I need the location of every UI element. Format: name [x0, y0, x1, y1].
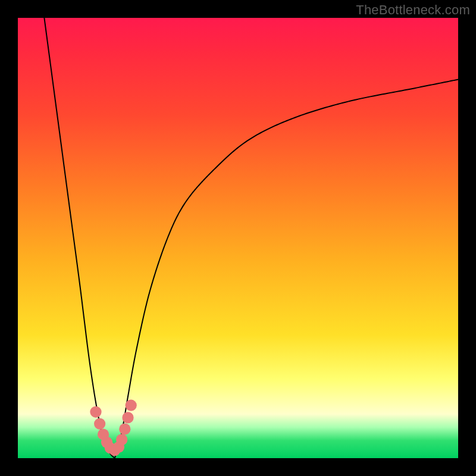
- highlight-dot: [119, 424, 130, 435]
- watermark-text: TheBottleneck.com: [356, 2, 470, 18]
- highlight-dot: [122, 412, 133, 423]
- curve-layer: [44, 18, 458, 458]
- plot-area: [18, 18, 458, 458]
- highlight-dot: [94, 418, 105, 430]
- chart-frame: TheBottleneck.com: [0, 0, 476, 476]
- highlight-dot: [90, 406, 101, 418]
- marker-layer: [90, 400, 136, 456]
- series-left-branch: [44, 18, 114, 458]
- chart-svg: [18, 18, 458, 458]
- highlight-dot: [126, 400, 137, 411]
- series-right-branch: [115, 80, 458, 458]
- highlight-dot: [116, 434, 127, 445]
